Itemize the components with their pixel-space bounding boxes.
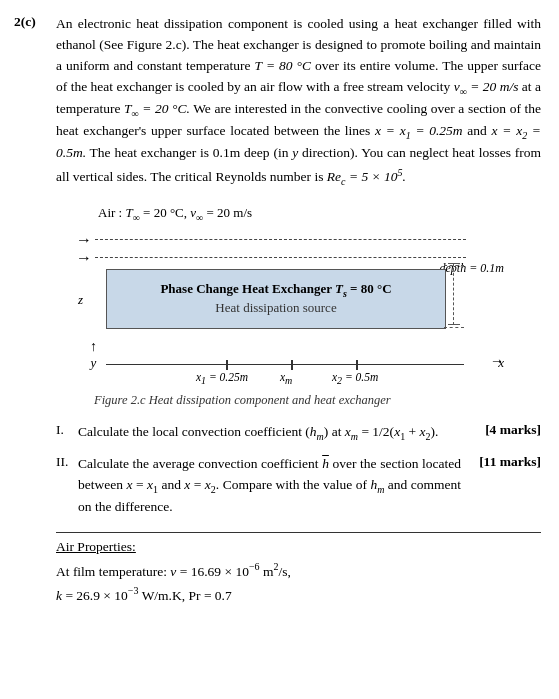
figure-caption: Figure 2.c Heat dissipation component an…: [94, 393, 391, 408]
hx-label-bottom: Heat dissipation source: [215, 300, 336, 316]
part-ii-marks: [11 marks]: [461, 454, 541, 470]
tick-x2: [356, 360, 358, 370]
y-arrow-container: ↑ y: [90, 339, 97, 371]
dashed-line-1: [95, 239, 466, 240]
z-label: z: [78, 292, 83, 308]
x1-axis-label: x1 = 0.25m: [196, 371, 248, 386]
part-ii-label: II.: [56, 454, 78, 470]
arrow-icon-1: →: [76, 231, 92, 249]
x1-val: x = x1 = 0.25m: [375, 123, 463, 138]
air-props-text: At film temperature: ν = 16.69 × 10−6 m2…: [56, 559, 541, 607]
depth-brace: [453, 263, 454, 325]
part-i-label: I.: [56, 422, 78, 438]
y-arrow-up: ↑: [90, 339, 97, 355]
T-inf: T∞ = 20 °C.: [124, 101, 190, 116]
part-ii-row: II. Calculate the average convection coe…: [56, 454, 541, 518]
arrow-icon-2: →: [76, 249, 92, 267]
question-body: An electronic heat dissipation component…: [56, 14, 541, 606]
and-text: and: [467, 123, 487, 138]
air-props-section: Air Properties: At film temperature: ν =…: [56, 532, 541, 607]
diagram-container: Air : T∞ = 20 °C, v∞ = 20 m/s → → depth …: [56, 205, 541, 408]
re-c: Rec = 5 × 105.: [327, 169, 406, 184]
x2-axis-label: x2 = 0.5m: [332, 371, 378, 386]
parts-section: I. Calculate the local convection coeffi…: [56, 422, 541, 518]
v-inf: v∞ = 20 m/s: [454, 79, 519, 94]
question-label: 2(c): [14, 14, 56, 606]
part-i-text: Calculate the local convection coefficie…: [78, 422, 461, 444]
dashed-line-2: [95, 257, 466, 258]
depth-tick-bottom: [448, 324, 460, 325]
tick-x1: [226, 360, 228, 370]
depth-tick-top: [448, 263, 460, 264]
T-value: T = 80 °C: [255, 58, 311, 73]
x-axis-line: [106, 364, 464, 365]
question-text: An electronic heat dissipation component…: [56, 14, 541, 189]
tick-xm: [291, 360, 293, 370]
y-label: y: [91, 355, 97, 371]
hx-box: Phase Change Heat Exchanger Ts = 80 °C H…: [106, 269, 446, 329]
dashed-after-bottom: [444, 327, 464, 328]
air-label: Air : T∞ = 20 °C, v∞ = 20 m/s: [98, 205, 252, 223]
part-i-row: I. Calculate the local convection coeffi…: [56, 422, 541, 444]
xm-axis-label: xm: [280, 371, 292, 386]
question-row: 2(c) An electronic heat dissipation comp…: [14, 14, 541, 606]
arrow-row-1: →: [76, 231, 466, 249]
diagram-area: → → depth = 0.1m: [76, 227, 506, 387]
hx-label-top: Phase Change Heat Exchanger Ts = 80 °C: [160, 281, 391, 299]
arrow-row-2: →: [76, 249, 466, 267]
dashed-after-top: [444, 265, 464, 266]
intro-text: An electronic heat dissipation component…: [56, 16, 541, 184]
part-ii-text: Calculate the average convection coeffic…: [78, 454, 461, 518]
air-props-title: Air Properties:: [56, 539, 541, 555]
part-i-marks: [4 marks]: [461, 422, 541, 438]
x-axis-label: x: [498, 343, 504, 371]
